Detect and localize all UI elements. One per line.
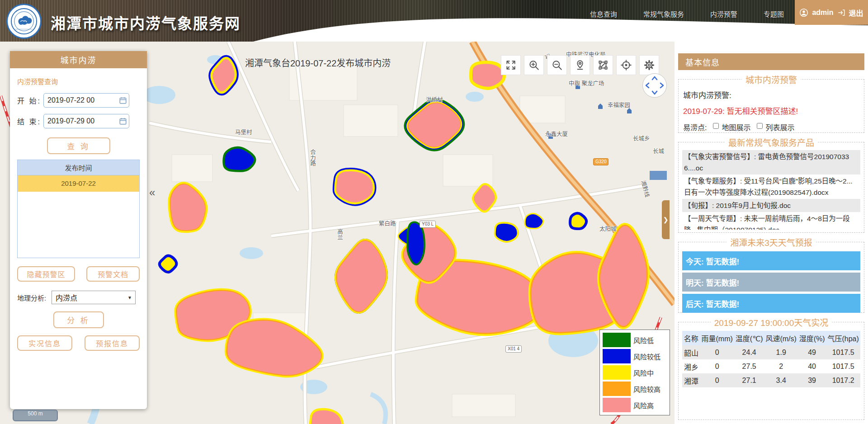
end-date-input[interactable] (43, 114, 129, 128)
publish-time-row[interactable]: 2019-07-22 (18, 175, 139, 192)
list-display-label[interactable]: 列表展示 (765, 122, 794, 132)
select-dropdown-arrow: ▼ (125, 292, 134, 302)
zoom-out-icon (551, 59, 563, 71)
legend-row: 风险较低 (603, 349, 667, 364)
nav-item-3[interactable]: 专题图 (764, 9, 784, 19)
legend-label: 风险较低 (633, 352, 660, 361)
road-shield: Y03 L (420, 221, 436, 228)
waterlogging-warning-section: 城市内涝预警 城市内涝预警: 2019-07-29: 暂无相关预警区描述! 易涝… (678, 73, 864, 133)
products-section-legend: 最新常规气象服务产品 (725, 136, 818, 148)
live-table-cell: 27.1 (734, 373, 764, 387)
legend-row: 风险高 (603, 397, 667, 413)
live-info-button[interactable]: 实况信息 (17, 335, 72, 351)
product-item[interactable]: 【一周天气专题】: 未来一周前晴后雨，4～8日为一段降...集中期（201907… (682, 212, 860, 230)
live-table-cell: 1017.5 (826, 345, 860, 359)
map-display-checkbox[interactable] (713, 123, 719, 129)
flood-points-label: 易涝点: (683, 122, 707, 132)
warning-document-button[interactable]: 预警文档 (86, 266, 140, 282)
left-panel-collapse-handle[interactable]: « (149, 186, 155, 199)
map-place-label: 马堡村 (235, 127, 252, 136)
forecast-section-legend: 湘潭未来3天天气预报 (726, 236, 816, 248)
fullscreen-button[interactable] (501, 55, 521, 75)
settings-button[interactable] (639, 55, 659, 75)
legend-swatch (603, 398, 631, 412)
live-table-column: 雨量(mm) (700, 331, 734, 345)
location-pin-icon (574, 59, 586, 71)
product-item[interactable]: 【气象专题服务】: 受11号台风“白鹿”影响,25日晚～2...日有一次中等强度… (682, 174, 860, 199)
hide-warning-zone-button[interactable]: 隐藏预警区 (17, 266, 75, 282)
risk-legend: 风险低风险较低风险中风险较高风险高 (599, 330, 670, 415)
main-nav: 信息查询常规气象服务内涝预警专题图 (590, 9, 784, 19)
map-place-label: 幸福家园 (608, 100, 630, 109)
map-pan-control[interactable] (642, 73, 667, 98)
target-button[interactable] (616, 55, 636, 75)
locate-button[interactable] (570, 55, 590, 75)
live-section-legend: 2019-09-27 19:00:00天气实况 (711, 316, 832, 328)
pan-arrows-icon (643, 74, 666, 97)
draw-polygon-button[interactable] (593, 55, 613, 75)
header-bar: 湘潭市城市内涝气象服务网 信息查询常规气象服务内涝预警专题图 admin 退出 (0, 0, 868, 42)
live-table-cell: 1017.2 (826, 373, 860, 387)
calendar-icon[interactable] (119, 117, 127, 125)
live-table-cell: 韶山 (682, 345, 700, 359)
zoom-in-icon (528, 59, 540, 71)
map-display-label[interactable]: 地图展示 (722, 122, 750, 132)
live-table-column: 湿度(%) (798, 331, 826, 345)
map-scale-label: 500 m (28, 410, 42, 417)
gear-icon (643, 59, 655, 71)
start-date-input[interactable] (43, 93, 129, 108)
live-table-cell: 27.5 (734, 359, 764, 373)
user-box: admin 退出 (795, 0, 868, 25)
geo-analysis-select[interactable]: 内涝点 ▼ (52, 291, 136, 304)
weather-products-section: 最新常规气象服务产品 【气象灾害预警信号】: 雷电黄色预警信号201907033… (678, 136, 864, 233)
geo-analysis-value: 内涝点 (56, 292, 77, 303)
map-place-label: 太阳城 (599, 224, 617, 233)
map-scrollbar-thumb[interactable] (650, 171, 667, 180)
end-date-label: 结 束: (17, 116, 43, 127)
right-panel-collapse-handle[interactable]: ❯ (662, 200, 670, 239)
forecast-bar: 今天: 暂无数据! (682, 251, 860, 270)
forecast-info-button[interactable]: 预报信息 (85, 335, 140, 351)
map-place-label: 洪桥村 (426, 95, 443, 104)
live-table-column: 温度(℃) (734, 331, 764, 345)
legend-label: 风险较高 (633, 384, 660, 394)
product-item[interactable]: 【气象灾害预警信号】: 雷电黄色预警信号2019070336....oc (682, 150, 860, 174)
map-title: 湘潭气象台2019-07-22发布城市内涝 (245, 56, 391, 69)
live-table-column: 风速(m/s) (764, 331, 798, 345)
legend-label: 风险高 (633, 400, 654, 410)
meteorology-logo-icon (10, 7, 38, 35)
legend-swatch (603, 382, 631, 396)
username[interactable]: admin (812, 9, 833, 17)
warning-line: 城市内涝预警: (683, 89, 860, 100)
calendar-icon[interactable] (119, 96, 127, 104)
legend-row: 风险低 (603, 332, 667, 348)
site-title: 湘潭市城市内涝气象服务网 (51, 12, 241, 33)
zoom-out-button[interactable] (547, 55, 567, 75)
product-item[interactable]: 【旬报】: 2019年9月上旬旬报.doc (682, 199, 860, 212)
logout-button[interactable]: 退出 (849, 7, 863, 18)
publish-time-header: 发布时间 (18, 160, 139, 175)
zoom-in-button[interactable] (524, 55, 544, 75)
live-weather-section: 2019-09-27 19:00:00天气实况 名称雨量(mm)温度(℃)风速(… (678, 316, 864, 420)
live-table-row: 韶山024.41.9491017.5 (682, 345, 860, 359)
list-display-checkbox[interactable] (757, 123, 763, 129)
nav-item-1[interactable]: 常规气象服务 (643, 9, 684, 19)
analyze-button[interactable]: 分 析 (53, 311, 104, 328)
live-table-cell: 49 (798, 345, 826, 359)
live-table-cell: 39 (798, 373, 826, 387)
legend-swatch (603, 349, 631, 363)
live-table-cell: 湘潭 (682, 373, 700, 387)
query-button[interactable]: 查 询 (47, 137, 110, 154)
map-place-label: 中舆 聚龙广场 (569, 79, 604, 87)
legend-label: 风险中 (633, 368, 654, 377)
road-shield: X01 4 (505, 345, 522, 353)
warning-description: 2019-07-29: 暂无相关预警区描述! (683, 105, 860, 116)
live-table-cell: 24.4 (734, 345, 764, 359)
nav-item-0[interactable]: 信息查询 (590, 9, 617, 19)
live-table-cell: 1017.5 (826, 359, 860, 373)
live-table-cell: 2 (764, 359, 798, 373)
legend-row: 风险中 (603, 365, 667, 380)
basic-info-title: 基本信息 (678, 53, 864, 70)
live-table-column: 气压(hpa) (826, 331, 860, 345)
nav-item-2[interactable]: 内涝预警 (710, 9, 737, 19)
